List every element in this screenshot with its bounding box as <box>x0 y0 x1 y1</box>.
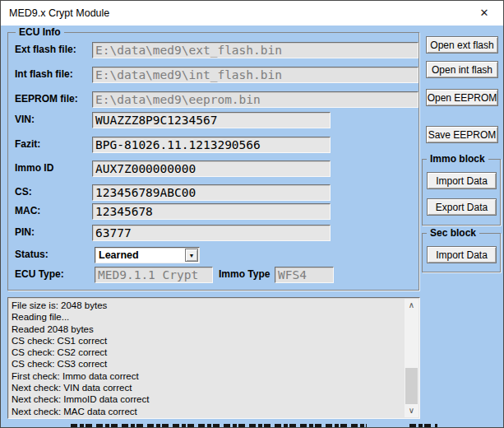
immo-id-label: Immo ID <box>15 162 53 174</box>
ext-flash-file-input: E:\data\med9\ext_flash.bin <box>92 42 418 58</box>
log-line: CS check: CS2 correct <box>12 347 403 358</box>
sec-block-group: Sec block Import Data <box>422 233 501 272</box>
log-line: CS check: CS3 correct <box>12 358 403 370</box>
chevron-down-icon[interactable]: ▼ <box>185 249 198 262</box>
mac-row: MAC: 12345678 <box>8 203 418 220</box>
status-label: Status: <box>15 249 49 260</box>
sec-block-group-label: Sec block <box>427 227 479 239</box>
log-scrollbar[interactable]: ∧ ∨ <box>405 299 418 417</box>
eeprom-file-row: EEPROM file: E:\data\med9\eeprom.bin <box>8 91 418 108</box>
ecu-type-input: MED9.1.1 Crypt <box>95 267 213 283</box>
vin-label: VIN: <box>15 114 35 125</box>
scroll-up-icon[interactable]: ∧ <box>405 299 418 312</box>
immo-block-group: Immo block Import Data Export Data <box>422 159 501 226</box>
vin-input[interactable]: WUAZZZ8P9C1234567 <box>92 112 331 128</box>
clipped-bottom-text <box>71 424 367 428</box>
scroll-down-icon[interactable]: ∨ <box>405 404 418 417</box>
open-eeprom-button[interactable]: Open EEPROM <box>426 89 498 106</box>
scrollbar-thumb[interactable] <box>405 368 418 406</box>
log-line: File size is: 2048 bytes <box>12 300 403 311</box>
close-button[interactable]: ✕ <box>465 1 503 26</box>
log-output: File size is: 2048 bytes Reading file...… <box>7 297 420 419</box>
ecu-type-row: ECU Type: MED9.1.1 Crypt Immo Type WFS4 <box>8 267 418 283</box>
immo-type-input: WFS4 <box>275 267 334 283</box>
window-title: MED9.x Crypt Module <box>9 1 109 26</box>
app-window: MED9.x Crypt Module ✕ ECU Info Ext flash… <box>0 0 504 428</box>
fazit-row: Fazit: BPG-81026.11.1213290566 <box>8 137 418 153</box>
vin-row: VIN: WUAZZZ8P9C1234567 <box>8 112 418 128</box>
ext-flash-label: Ext flash file: <box>15 44 76 55</box>
immo-block-group-label: Immo block <box>427 153 488 165</box>
cs-label: CS: <box>15 186 32 198</box>
sec-import-data-button[interactable]: Import Data <box>427 246 497 263</box>
log-line: CS check: CS1 correct <box>12 335 403 347</box>
clipped-bottom-text <box>409 424 437 428</box>
log-lines: File size is: 2048 bytes Reading file...… <box>12 300 403 416</box>
ecu-info-group-label: ECU Info <box>16 26 64 38</box>
status-row: Status: Learned ▼ <box>8 247 418 263</box>
immo-id-row: Immo ID AUX7Z000000000 <box>8 160 418 177</box>
eeprom-file-label: EEPROM file: <box>15 93 78 105</box>
fazit-input[interactable]: BPG-81026.11.1213290566 <box>92 137 331 153</box>
immo-id-input[interactable]: AUX7Z000000000 <box>92 160 331 177</box>
mac-label: MAC: <box>15 205 40 216</box>
status-select[interactable]: Learned ▼ <box>95 247 200 263</box>
log-line: First check: Immo data correct <box>12 370 403 382</box>
save-eeprom-button[interactable]: Save EEPROM <box>426 126 498 143</box>
pin-input[interactable]: 63777 <box>92 225 331 241</box>
ecu-info-group: ECU Info Ext flash file: E:\data\med9\ex… <box>7 32 419 291</box>
titlebar: MED9.x Crypt Module ✕ <box>1 1 503 26</box>
cs-input[interactable]: 123456789ABC00 <box>92 184 331 201</box>
open-ext-flash-button[interactable]: Open ext flash <box>426 36 498 54</box>
eeprom-file-input: E:\data\med9\eeprom.bin <box>92 91 418 108</box>
close-icon: ✕ <box>480 7 489 19</box>
status-value: Learned <box>99 249 139 263</box>
ecu-type-label: ECU Type: <box>15 268 64 280</box>
pin-label: PIN: <box>15 226 35 238</box>
log-line: Next check: VIN data correct <box>12 382 403 393</box>
cs-row: CS: 123456789ABC00 <box>8 184 418 201</box>
immo-export-data-button[interactable]: Export Data <box>427 198 497 216</box>
immo-import-data-button[interactable]: Import Data <box>427 172 497 189</box>
open-int-flash-button[interactable]: Open int flash <box>426 61 498 78</box>
log-line: Next check: MAC data correct <box>12 406 403 416</box>
immo-type-label: Immo Type <box>219 268 270 280</box>
mac-input[interactable]: 12345678 <box>92 203 331 220</box>
log-line: Reading file... <box>12 311 403 323</box>
ext-flash-row: Ext flash file: E:\data\med9\ext_flash.b… <box>8 42 418 58</box>
int-flash-file-input: E:\data\med9\int_flash.bin <box>92 67 418 83</box>
fazit-label: Fazit: <box>15 138 40 150</box>
client-area: ECU Info Ext flash file: E:\data\med9\ex… <box>1 26 503 427</box>
int-flash-row: Int flash file: E:\data\med9\int_flash.b… <box>8 67 418 83</box>
int-flash-label: Int flash file: <box>15 68 73 80</box>
pin-row: PIN: 63777 <box>8 225 418 241</box>
log-line: Readed 2048 bytes <box>12 323 403 335</box>
log-line: Next check: ImmoID data correct <box>12 393 403 405</box>
